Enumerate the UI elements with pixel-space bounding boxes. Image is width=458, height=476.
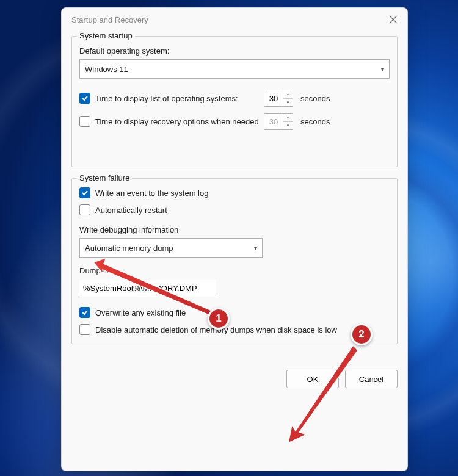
- annotation-badge-2: 2: [351, 323, 373, 345]
- time-recovery-value[interactable]: [264, 114, 283, 129]
- check-icon: [81, 189, 89, 197]
- chevron-down-icon: ▾: [381, 66, 384, 73]
- chevron-down-icon: ▾: [254, 245, 257, 251]
- time-recovery-spinner[interactable]: ▲▼: [264, 113, 293, 130]
- dialog-title: Startup and Recovery: [71, 15, 148, 24]
- debug-dump-combo[interactable]: Automatic memory dump ▾: [79, 238, 263, 258]
- time-recovery-label: Time to display recovery options when ne…: [95, 117, 259, 126]
- startup-recovery-dialog: Startup and Recovery System startup Defa…: [61, 7, 408, 471]
- close-button[interactable]: [388, 14, 399, 25]
- check-icon: [81, 95, 89, 102]
- titlebar: Startup and Recovery: [62, 8, 407, 31]
- annotation-badge-1: 1: [208, 308, 230, 330]
- write-event-checkbox[interactable]: [79, 187, 90, 198]
- write-debug-label: Write debugging information: [79, 225, 390, 234]
- dialog-button-row: OK Cancel: [62, 365, 407, 388]
- spin-down-icon[interactable]: ▼: [283, 122, 293, 130]
- overwrite-label: Overwrite any existing file: [95, 308, 186, 317]
- dump-file-input[interactable]: [79, 280, 216, 297]
- time-os-list-label: Time to display list of operating system…: [95, 94, 259, 103]
- system-startup-group: System startup Default operating system:…: [71, 36, 398, 167]
- dump-file-label: Dump file:: [79, 266, 390, 275]
- close-icon: [390, 16, 397, 23]
- default-os-value: Windows 11: [85, 65, 128, 74]
- system-failure-legend: System failure: [77, 173, 132, 182]
- system-failure-group: System failure Write an event to the sys…: [71, 178, 398, 344]
- spin-up-icon[interactable]: ▲: [283, 90, 293, 99]
- auto-restart-label: Automatically restart: [95, 206, 167, 215]
- spin-down-icon[interactable]: ▼: [283, 99, 293, 107]
- time-os-list-spinner[interactable]: ▲▼: [264, 90, 293, 107]
- cancel-button[interactable]: Cancel: [345, 370, 398, 388]
- time-recovery-checkbox[interactable]: [79, 116, 90, 127]
- spin-up-icon[interactable]: ▲: [283, 114, 293, 122]
- write-event-label: Write an event to the system log: [95, 189, 208, 198]
- ok-button[interactable]: OK: [286, 370, 339, 388]
- time-os-list-value[interactable]: [264, 90, 283, 106]
- default-os-label: Default operating system:: [79, 46, 390, 56]
- check-icon: [81, 309, 89, 316]
- system-startup-legend: System startup: [77, 31, 135, 40]
- overwrite-checkbox[interactable]: [79, 307, 90, 318]
- disable-delete-checkbox[interactable]: [79, 324, 90, 335]
- time-os-list-unit: seconds: [300, 94, 330, 103]
- debug-dump-value: Automatic memory dump: [85, 243, 173, 253]
- spinner-buttons[interactable]: ▲▼: [283, 90, 293, 106]
- spinner-buttons[interactable]: ▲▼: [283, 114, 293, 129]
- default-os-combo[interactable]: Windows 11 ▾: [79, 59, 390, 79]
- time-os-list-checkbox[interactable]: [79, 93, 90, 104]
- time-recovery-unit: seconds: [300, 117, 330, 126]
- auto-restart-checkbox[interactable]: [79, 204, 90, 215]
